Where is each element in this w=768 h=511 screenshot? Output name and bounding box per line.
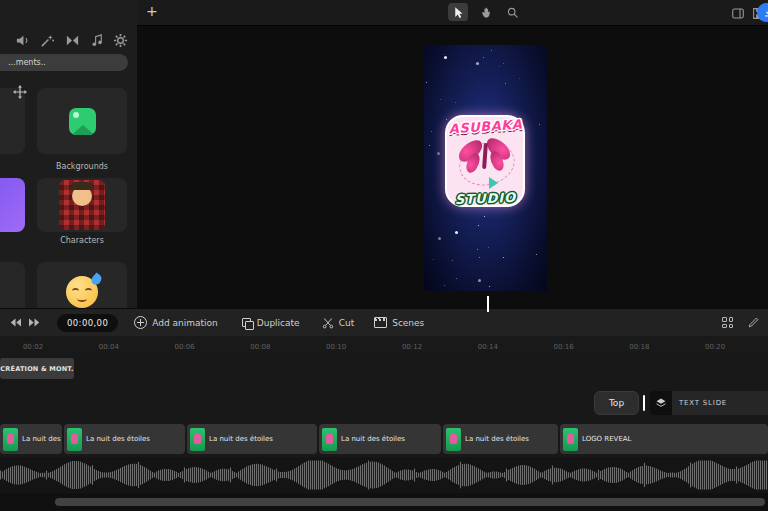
character-thumbnail (59, 180, 105, 230)
asset-panel: Backgrounds Characters (0, 0, 138, 308)
asset-card-backgrounds[interactable] (37, 88, 127, 154)
ruler-tick: 00:14 (478, 343, 498, 351)
timeline-clip[interactable]: La nuit des étoiles (319, 424, 441, 454)
cut-label: Cut (339, 318, 355, 328)
move-handle-icon[interactable] (13, 85, 27, 99)
duplicate-icon (242, 318, 252, 328)
add-animation-button[interactable]: Add animation (134, 316, 218, 329)
horizontal-scrollbar (0, 493, 768, 511)
ruler-tick: 00:18 (629, 343, 649, 351)
scenes-button[interactable]: Scenes (374, 317, 424, 328)
add-button[interactable]: + (146, 3, 158, 19)
play-icon (489, 177, 498, 189)
clapperboard-icon (374, 317, 387, 328)
timeline-clip[interactable]: La nuit des étoiles (443, 424, 558, 454)
clip-label: La nuit des étoiles (86, 435, 150, 443)
text-track-label: TEXT SLIDE (679, 399, 727, 407)
backgrounds-icon (69, 108, 96, 135)
ruler-tick: 00:02 (23, 343, 43, 351)
emoji-icon (66, 276, 98, 308)
tab-creation-montage[interactable]: CRÉATION & MONT. (0, 358, 74, 379)
ruler-tick: 00:04 (99, 343, 119, 351)
ruler-tick: 00:16 (554, 343, 574, 351)
clip-label: La nuit des étoiles (209, 435, 273, 443)
audio-waveform-track[interactable] (0, 457, 768, 493)
ruler-tick: 00:08 (250, 343, 270, 351)
magic-wand-icon[interactable] (38, 31, 56, 49)
preview-title-line2: STUDIO (424, 189, 547, 208)
clip-thumbnail (3, 428, 18, 451)
asset-card[interactable] (0, 178, 25, 232)
timeline-clip[interactable]: La nuit des étoiles (187, 424, 317, 454)
track-trim-handle[interactable] (643, 395, 645, 411)
skip-forward-button[interactable] (28, 317, 41, 328)
timeline-clip[interactable]: La nuit des étoiles (0, 424, 62, 454)
ruler-tick: 00:06 (175, 343, 195, 351)
clip-thumbnail (67, 428, 82, 451)
clip-label: La nuit des étoiles (341, 435, 405, 443)
plus-circle-icon (134, 316, 147, 329)
asset-card-characters[interactable] (37, 178, 127, 232)
transitions-icon[interactable] (63, 31, 81, 49)
layout-grid-icon[interactable] (722, 317, 733, 328)
brush-icon[interactable] (747, 317, 759, 329)
search-input[interactable] (0, 54, 128, 71)
asset-card-label: Backgrounds (37, 162, 127, 171)
music-icon[interactable] (88, 31, 106, 49)
top-button[interactable]: Top (594, 391, 639, 415)
canvas-area[interactable]: ASUBAKA STUDIO (137, 25, 768, 308)
ruler-tick: 00:10 (326, 343, 346, 351)
ruler-tick: 00:20 (705, 343, 725, 351)
clip-thumbnail (190, 428, 205, 451)
settings-gear-icon[interactable] (111, 31, 129, 49)
clip-label: LOGO REVEAL (582, 435, 632, 443)
skip-back-button[interactable] (9, 317, 22, 328)
starfield-background (424, 45, 425, 46)
asset-card-label: Characters (37, 236, 127, 245)
playhead[interactable] (487, 296, 489, 312)
duplicate-button[interactable]: Duplicate (242, 318, 300, 328)
cut-button[interactable]: Cut (322, 317, 355, 329)
clip-label: La nuit des étoiles (465, 435, 529, 443)
zoom-tool-icon[interactable] (502, 3, 522, 21)
video-preview[interactable]: ASUBAKA STUDIO (424, 45, 547, 291)
scrollbar-thumb[interactable] (55, 498, 765, 506)
timeline-toolbar: 00:00,00 Add animation Duplicate Cut Sce… (0, 308, 768, 336)
clip-label: La nuit des étoiles (22, 435, 62, 443)
timeline-clip[interactable]: La nuit des étoiles (64, 424, 185, 454)
hand-tool[interactable] (476, 3, 496, 21)
scenes-label: Scenes (392, 318, 424, 328)
clip-thumbnail (322, 428, 337, 451)
duplicate-label: Duplicate (257, 318, 300, 328)
timecode-display: 00:00,00 (57, 314, 118, 332)
ruler-tick: 00:12 (402, 343, 422, 351)
clip-thumbnail (446, 428, 461, 451)
text-slide-track[interactable]: TEXT SLIDE (650, 391, 768, 415)
clip-track: La nuit des étoilesLa nuit des étoilesLa… (0, 424, 768, 454)
timeline-ruler[interactable]: 00:0200:0400:0600:0800:1000:1200:1400:16… (0, 336, 768, 358)
volume-icon[interactable] (13, 31, 31, 49)
track-area: Top TEXT SLIDE La nuit des étoilesLa nui… (0, 358, 768, 457)
timeline-clip[interactable]: LOGO REVEAL (560, 424, 768, 454)
video-editor-window: Backgrounds Characters ASUBAKA STUDIO + (0, 0, 768, 511)
panel-toggle-icon[interactable] (728, 4, 748, 22)
add-animation-label: Add animation (152, 318, 218, 328)
select-tool[interactable] (448, 3, 468, 21)
clip-thumbnail (563, 428, 578, 451)
layers-icon (650, 391, 672, 415)
